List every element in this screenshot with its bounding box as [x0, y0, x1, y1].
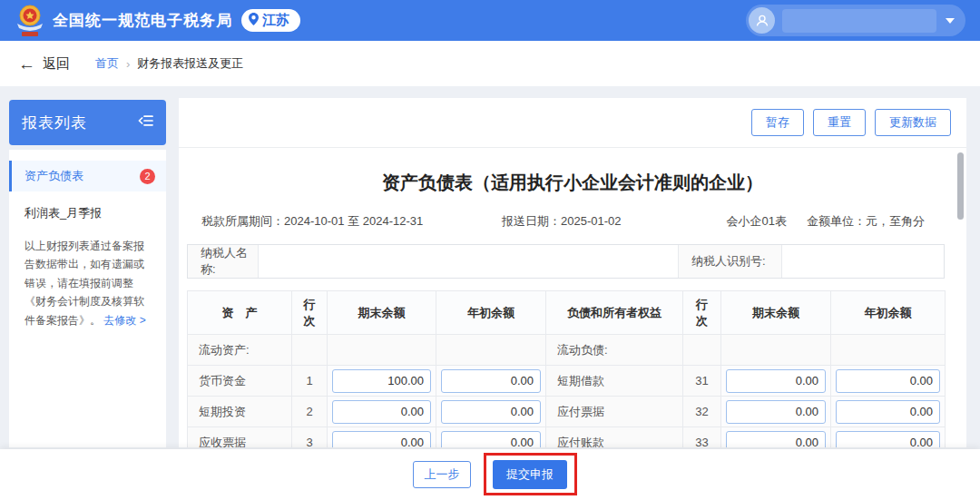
footer-action-bar: 上一步 提交申报: [0, 449, 980, 500]
table-row: 短期投资 2 应付票据 32: [188, 397, 946, 427]
taxpayer-name-value: [259, 245, 678, 278]
back-arrow-icon: ←: [18, 55, 35, 73]
report-date-value: 2025-01-02: [561, 214, 622, 228]
region-label: 江苏: [262, 12, 289, 29]
user-avatar-icon: [749, 7, 775, 34]
reset-button[interactable]: 重置: [813, 109, 866, 136]
taxpayer-info-row: 纳税人名称: 纳税人识别号:: [187, 244, 945, 279]
col-asset: 资 产: [188, 291, 292, 335]
asset-item-label: 短期投资: [188, 397, 292, 427]
col-beginning-balance: 年初余额: [831, 291, 946, 335]
amount-input[interactable]: [726, 431, 826, 448]
form-code: 会小企01表: [727, 213, 787, 230]
collapse-sidebar-icon[interactable]: [138, 113, 153, 132]
amount-input[interactable]: [726, 400, 826, 424]
table-row: 应收票据 3 应付账款 33: [188, 427, 946, 448]
app-title: 全国统一规范电子税务局: [53, 10, 232, 31]
breadcrumb-home[interactable]: 首页: [95, 55, 119, 72]
report-list-panel: 资产负债表 2 利润表_月季报 以上财报列表通过备案报告数据带出，如有遗漏或错误…: [9, 150, 166, 447]
asset-item-label: 货币资金: [188, 366, 292, 397]
submit-declaration-button[interactable]: 提交申报: [493, 460, 567, 489]
breadcrumb-current: 财务报表报送及更正: [137, 55, 243, 72]
app-header: 全国统一规范电子税务局 江苏: [0, 0, 980, 41]
amount-input[interactable]: [836, 369, 940, 393]
table-row-category: 流动资产: 流动负债:: [188, 335, 946, 366]
amount-input[interactable]: [836, 400, 940, 424]
liability-item-label: 短期借款: [546, 366, 683, 397]
go-modify-link[interactable]: 去修改 >: [103, 314, 145, 327]
tax-period-label: 税款所属期间：: [201, 214, 284, 228]
sidebar-item-label: 利润表_月季报: [24, 205, 102, 221]
breadcrumb-separator: ›: [126, 57, 130, 71]
breadcrumb: ← 返回 首页 › 财务报表报送及更正: [0, 41, 980, 86]
user-name: [782, 9, 936, 33]
report-date: 报送日期：2025-01-02: [502, 213, 622, 230]
line-number: 32: [683, 397, 721, 427]
amount-unit-note: 金额单位：元，至角分: [807, 213, 925, 230]
report-list-header: 报表列表: [9, 100, 166, 145]
amount-input[interactable]: [836, 431, 940, 448]
form-meta-row: 税款所属期间：2024-10-01 至 2024-12-31 报送日期：2025…: [179, 213, 966, 230]
line-number: 31: [683, 366, 721, 397]
form-title: 资产负债表（适用执行小企业会计准则的企业）: [179, 171, 966, 195]
amount-input[interactable]: [332, 431, 431, 448]
user-menu[interactable]: [746, 5, 965, 36]
line-number: 2: [292, 397, 328, 427]
amount-input[interactable]: [332, 400, 431, 424]
asset-category-label: 流动资产:: [188, 335, 292, 366]
line-number: 33: [683, 427, 721, 448]
taxpayer-id-value: [782, 245, 944, 278]
form-meta-right: 会小企01表 金额单位：元，至角分: [727, 213, 925, 230]
amount-input[interactable]: [332, 369, 431, 393]
table-row: 货币资金 1 短期借款 31: [188, 366, 946, 397]
tax-period: 税款所属期间：2024-10-01 至 2024-12-31: [201, 213, 423, 230]
location-pin-icon: [249, 13, 259, 28]
asset-item-label: 应收票据: [188, 427, 292, 448]
back-button[interactable]: ← 返回: [18, 55, 70, 73]
sidebar-item-balance-sheet[interactable]: 资产负债表 2: [9, 161, 166, 191]
col-ending-balance: 期末余额: [328, 291, 436, 335]
liability-item-label: 应付账款: [546, 427, 683, 448]
amount-input[interactable]: [441, 431, 541, 448]
temp-save-button[interactable]: 暂存: [751, 109, 804, 136]
sidebar-item-label: 资产负债表: [24, 168, 83, 184]
line-number: 3: [292, 427, 328, 448]
line-number: 1: [292, 366, 328, 397]
form-content-panel: 暂存 重置 更新数据 资产负债表（适用执行小企业会计准则的企业） 税款所属期间：…: [179, 98, 966, 447]
liability-item-label: 应付票据: [546, 397, 683, 427]
chevron-down-icon[interactable]: [946, 18, 955, 24]
back-label: 返回: [43, 55, 70, 73]
error-count-badge: 2: [140, 169, 155, 184]
tax-emblem-logo: [15, 4, 45, 38]
sidebar-item-income-statement[interactable]: 利润表_月季报: [9, 197, 166, 230]
sidebar-note: 以上财报列表通过备案报告数据带出，如有遗漏或错误，请在填报前调整《财务会计制度及…: [9, 230, 166, 329]
balance-sheet-form: 资产负债表（适用执行小企业会计准则的企业） 税款所属期间：2024-10-01 …: [179, 148, 966, 447]
report-date-label: 报送日期：: [502, 214, 561, 228]
amount-input[interactable]: [441, 400, 541, 424]
table-header-row: 资 产 行次 期末余额 年初余额 负债和所有者权益 行次 期末余额 年初余额: [188, 291, 946, 335]
vertical-scrollbar[interactable]: [957, 152, 964, 220]
submit-wrap: 提交申报: [493, 460, 567, 489]
taxpayer-id-label: 纳税人识别号:: [678, 245, 782, 278]
taxpayer-name-label: 纳税人名称:: [188, 245, 259, 278]
liability-category-label: 流动负债:: [546, 335, 683, 366]
amount-input[interactable]: [441, 369, 541, 393]
col-ending-balance: 期末余额: [721, 291, 831, 335]
col-beginning-balance: 年初余额: [436, 291, 546, 335]
form-toolbar: 暂存 重置 更新数据: [751, 109, 951, 136]
col-liability-equity: 负债和所有者权益: [546, 291, 683, 335]
region-selector[interactable]: 江苏: [241, 9, 300, 32]
col-line-no: 行次: [292, 291, 328, 335]
refresh-data-button[interactable]: 更新数据: [875, 109, 951, 136]
balance-sheet-table: 资 产 行次 期末余额 年初余额 负债和所有者权益 行次 期末余额 年初余额 流…: [187, 290, 946, 447]
amount-input[interactable]: [726, 369, 826, 393]
col-line-no: 行次: [683, 291, 721, 335]
tax-period-value: 2024-10-01 至 2024-12-31: [284, 214, 423, 228]
previous-step-button[interactable]: 上一步: [413, 461, 471, 488]
report-list-title: 报表列表: [22, 113, 87, 133]
